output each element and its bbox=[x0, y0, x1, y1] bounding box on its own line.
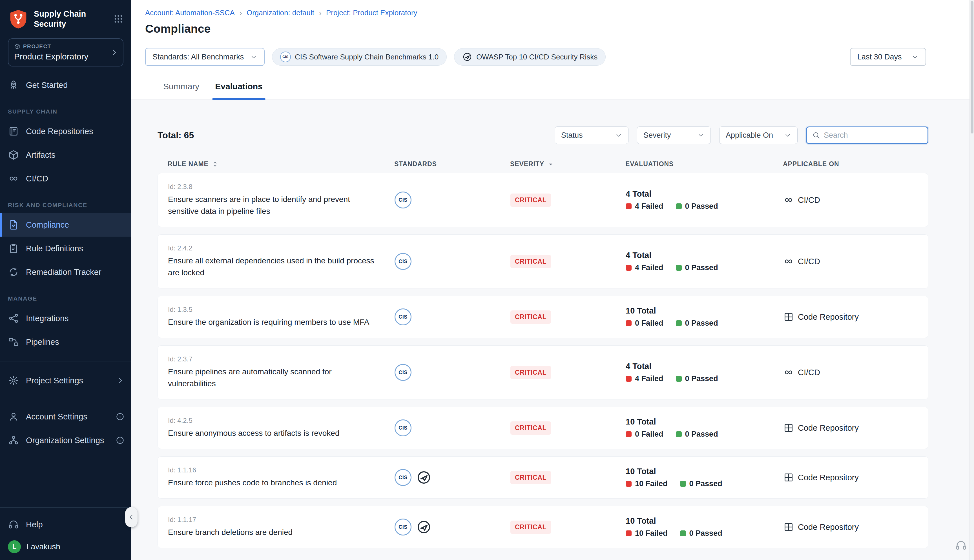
rule-name: Ensure scanners are in place to identify… bbox=[168, 193, 379, 217]
cis-standard-icon: CIS bbox=[395, 308, 412, 325]
sidebar-item-project-settings[interactable]: Project Settings bbox=[0, 369, 131, 392]
cis-standard-icon: CIS bbox=[395, 364, 412, 381]
applicable-on-cell: Code Repository bbox=[783, 522, 928, 532]
cis-standard-icon: CIS bbox=[395, 469, 412, 486]
sidebar-footer: Help L Lavakush bbox=[0, 507, 131, 560]
user-name: Lavakush bbox=[27, 542, 60, 551]
sidebar-nav: Get Started SUPPLY CHAIN Code Repositori… bbox=[0, 73, 131, 507]
cis-standard-icon: CIS bbox=[395, 420, 412, 436]
table-row[interactable]: Id: 4.2.5 Ensure anonymous access to art… bbox=[158, 407, 928, 449]
tab-evaluations[interactable]: Evaluations bbox=[215, 82, 262, 99]
severity-badge: CRITICAL bbox=[510, 366, 551, 379]
owasp-standard-icon bbox=[416, 470, 432, 485]
apps-grid-icon[interactable] bbox=[113, 14, 123, 24]
sidebar-item-artifacts[interactable]: Artifacts bbox=[0, 143, 131, 167]
passed-count: 0 Passed bbox=[676, 430, 718, 438]
applicable-on-cell: CI/CD bbox=[783, 256, 928, 267]
sidebar-item-code-repositories[interactable]: Code Repositories bbox=[0, 120, 131, 143]
sidebar-item-compliance[interactable]: Compliance bbox=[0, 213, 131, 237]
scrollbar-thumb[interactable] bbox=[971, 1, 974, 133]
breadcrumb-project[interactable]: Project: Product Exploratory bbox=[326, 8, 417, 17]
column-header-evaluations: EVALUATIONS bbox=[625, 160, 783, 168]
rule-id: Id: 1.3.5 bbox=[168, 306, 395, 313]
total-count: Total: 65 bbox=[158, 130, 194, 140]
sidebar-item-cicd[interactable]: CI/CD bbox=[0, 167, 131, 190]
integrations-icon bbox=[8, 313, 19, 324]
info-icon bbox=[115, 412, 125, 421]
scrollbar[interactable] bbox=[969, 0, 974, 560]
code-repository-icon bbox=[783, 423, 794, 433]
chevron-down-icon bbox=[911, 53, 919, 60]
applicable-on-filter-dropdown[interactable]: Applicable On bbox=[719, 127, 797, 144]
sidebar-item-pipelines[interactable]: Pipelines bbox=[0, 330, 131, 354]
applicable-on-cell: Code Repository bbox=[783, 472, 928, 483]
rule-name: Ensure branch deletions are denied bbox=[168, 527, 379, 538]
help-floating-icon[interactable] bbox=[955, 539, 967, 552]
breadcrumb-separator: › bbox=[319, 9, 322, 17]
sidebar-item-rule-definitions[interactable]: Rule Definitions bbox=[0, 237, 131, 260]
failed-square-icon bbox=[625, 265, 632, 271]
table-header: RULE NAME STANDARDS SEVERITY EVALUATIONS… bbox=[158, 160, 928, 168]
sidebar-item-get-started[interactable]: Get Started bbox=[0, 73, 131, 97]
search-input[interactable] bbox=[824, 131, 922, 140]
column-header-standards: STANDARDS bbox=[394, 160, 510, 168]
evaluations-total: 4 Total bbox=[625, 251, 783, 260]
cis-benchmark-chip[interactable]: CIS CIS Software Supply Chain Benchmarks… bbox=[272, 48, 447, 66]
code-repository-icon bbox=[783, 522, 794, 532]
evaluations-total: 10 Total bbox=[625, 306, 783, 315]
sort-icon bbox=[211, 160, 219, 168]
owasp-benchmark-chip[interactable]: OWASP Top 10 CI/CD Security Risks bbox=[454, 48, 605, 66]
brand-shield-logo-icon bbox=[8, 8, 29, 29]
passed-square-icon bbox=[680, 530, 686, 536]
breadcrumb-separator: › bbox=[239, 9, 242, 17]
sidebar-item-remediation-tracker[interactable]: Remediation Tracker bbox=[0, 260, 131, 284]
project-selector[interactable]: PROJECT Product Exploratory bbox=[8, 38, 123, 67]
passed-square-icon bbox=[676, 431, 682, 437]
failed-square-icon bbox=[625, 431, 632, 437]
rule-id: Id: 1.1.16 bbox=[168, 466, 395, 474]
failed-count: 0 Failed bbox=[625, 319, 664, 328]
table-row[interactable]: Id: 1.1.16 Ensure force pushes code to b… bbox=[158, 456, 928, 498]
sidebar-item-organization-settings[interactable]: Organization Settings bbox=[0, 428, 131, 452]
failed-count: 10 Failed bbox=[625, 529, 668, 538]
breadcrumb-organization[interactable]: Organization: default bbox=[247, 8, 314, 17]
owasp-standard-icon bbox=[416, 519, 432, 535]
passed-count: 0 Passed bbox=[676, 263, 718, 272]
standards-filter-dropdown[interactable]: Standards: All Benchmarks bbox=[145, 48, 265, 66]
failed-count: 4 Failed bbox=[625, 263, 664, 272]
pipeline-icon bbox=[8, 336, 19, 348]
failed-square-icon bbox=[625, 530, 632, 536]
failed-square-icon bbox=[625, 320, 632, 326]
table-row[interactable]: Id: 2.3.8 Ensure scanners are in place t… bbox=[158, 173, 928, 227]
chevron-down-icon bbox=[250, 53, 257, 60]
table-row[interactable]: Id: 1.1.17 Ensure branch deletions are d… bbox=[158, 506, 928, 548]
tab-summary[interactable]: Summary bbox=[163, 82, 199, 99]
passed-count: 0 Passed bbox=[676, 374, 718, 383]
search-icon bbox=[812, 131, 821, 140]
user-menu[interactable]: L Lavakush bbox=[0, 536, 131, 553]
column-header-severity[interactable]: SEVERITY bbox=[510, 160, 625, 168]
chevron-down-icon bbox=[697, 132, 704, 138]
severity-badge: CRITICAL bbox=[510, 193, 551, 207]
sidebar-item-integrations[interactable]: Integrations bbox=[0, 307, 131, 330]
sidebar-item-help[interactable]: Help bbox=[0, 513, 131, 536]
project-cube-icon bbox=[14, 43, 20, 50]
breadcrumb-account[interactable]: Account: Automation-SSCA bbox=[145, 8, 235, 17]
severity-badge: CRITICAL bbox=[510, 255, 551, 268]
sidebar-item-account-settings[interactable]: Account Settings bbox=[0, 405, 131, 428]
evaluations-panel: Total: 65 Status Severity Applicable On bbox=[131, 100, 974, 560]
table-row[interactable]: Id: 1.3.5 Ensure the organization is req… bbox=[158, 296, 928, 338]
sidebar-collapse-handle[interactable] bbox=[125, 507, 138, 527]
main-content: Account: Automation-SSCA › Organization:… bbox=[131, 0, 974, 560]
severity-filter-dropdown[interactable]: Severity bbox=[637, 127, 711, 144]
gear-icon bbox=[8, 375, 19, 386]
table-row[interactable]: Id: 2.4.2 Ensure all external dependenci… bbox=[158, 234, 928, 288]
failed-square-icon bbox=[625, 203, 632, 209]
table-row[interactable]: Id: 2.3.7 Ensure pipelines are automatic… bbox=[158, 345, 928, 400]
toolbar: Standards: All Benchmarks CIS CIS Softwa… bbox=[145, 48, 926, 66]
date-range-dropdown[interactable]: Last 30 Days bbox=[850, 48, 926, 66]
filters-row: Total: 65 Status Severity Applicable On bbox=[158, 127, 928, 144]
column-header-rule-name[interactable]: RULE NAME bbox=[168, 160, 394, 168]
rocket-icon bbox=[8, 80, 19, 91]
status-filter-dropdown[interactable]: Status bbox=[555, 127, 629, 144]
